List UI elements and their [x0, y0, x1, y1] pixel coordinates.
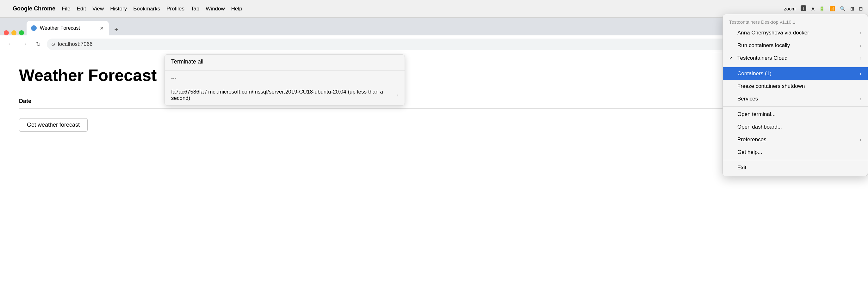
tab-favicon: [31, 25, 37, 31]
tc-menu-containers[interactable]: Containers (1) ›: [723, 67, 868, 80]
reload-button[interactable]: ↻: [33, 39, 44, 49]
tc-dropdown-region: Testcontainers Desktop v1.10.1 Anna Cher…: [710, 0, 868, 285]
maximize-window-button[interactable]: [19, 30, 24, 35]
battery-icon: 🔋: [819, 6, 825, 12]
zoom-icon: zoom: [784, 6, 796, 11]
container-tooltip-popup: Terminate all --- fa7ac67586fa / mcr.mic…: [164, 55, 405, 106]
get-forecast-button[interactable]: Get weather forecast: [19, 118, 88, 132]
tc-divider-2: [723, 106, 868, 107]
browser-tab[interactable]: Weather Forecast ✕: [27, 21, 109, 35]
traffic-lights: [4, 30, 24, 35]
menubar-right: zoom T A 🔋 📶 🔍 ⊞ ⊟: [784, 5, 863, 13]
notification-icon[interactable]: ⊟: [859, 6, 863, 12]
back-button[interactable]: ←: [5, 39, 16, 49]
tc-menu-services[interactable]: Services ›: [723, 93, 868, 105]
wifi-icon: 📶: [829, 6, 835, 12]
tc-divider-3: [723, 160, 868, 160]
close-window-button[interactable]: [4, 30, 9, 35]
menu-file[interactable]: File: [62, 6, 70, 12]
tc-menu-anna-docker[interactable]: Anna Chernyshova via docker ›: [723, 27, 868, 39]
svg-text:T: T: [802, 6, 805, 11]
tc-menu-get-help[interactable]: Get help...: [723, 146, 868, 158]
container-item-chevron: ›: [397, 93, 398, 98]
tab-title: Weather Forecast: [40, 25, 96, 31]
tooltip-divider: [165, 70, 405, 70]
tooltip-separator-row: ---: [165, 72, 405, 85]
menu-help[interactable]: Help: [231, 6, 242, 12]
terminate-all-item[interactable]: Terminate all: [165, 55, 405, 69]
menu-tab[interactable]: Tab: [191, 6, 199, 12]
tab-close-button[interactable]: ✕: [99, 25, 104, 31]
tc-menu-run-local[interactable]: Run containers locally ›: [723, 39, 868, 52]
tc-menu-exit[interactable]: Exit: [723, 162, 868, 174]
forward-button[interactable]: →: [19, 39, 30, 49]
app-name[interactable]: Google Chrome: [13, 5, 55, 12]
container-item-label: fa7ac67586fa / mcr.microsoft.com/mssql/s…: [171, 89, 394, 101]
tc-dropdown-menu: Testcontainers Desktop v1.10.1 Anna Cher…: [722, 14, 868, 176]
menu-view[interactable]: View: [92, 6, 104, 12]
tc-menu-open-terminal[interactable]: Open terminal...: [723, 108, 868, 121]
menu-history[interactable]: History: [110, 6, 127, 12]
menu-edit[interactable]: Edit: [76, 6, 86, 12]
a-icon: A: [811, 6, 814, 11]
address-bar-lock-icon: ⊙: [51, 41, 55, 47]
menu-bookmarks[interactable]: Bookmarks: [133, 6, 160, 12]
menu-window[interactable]: Window: [206, 6, 225, 12]
new-tab-button[interactable]: +: [111, 24, 122, 35]
tc-menu-open-dashboard[interactable]: Open dashboard...: [723, 121, 868, 133]
tc-app-version: Testcontainers Desktop v1.10.1: [723, 16, 868, 27]
testcontainers-icon[interactable]: T: [800, 5, 807, 13]
terminate-all-label: Terminate all: [171, 59, 398, 65]
minimize-window-button[interactable]: [11, 30, 17, 35]
address-text: localhost:7066: [58, 41, 93, 47]
tc-menu-freeze[interactable]: Freeze containers shutdown: [723, 80, 868, 93]
tc-divider-1: [723, 66, 868, 66]
search-icon[interactable]: 🔍: [840, 6, 846, 12]
tc-menu-tc-cloud[interactable]: ✓ Testcontainers Cloud ›: [723, 52, 868, 65]
tc-menu-preferences[interactable]: Preferences ›: [723, 133, 868, 146]
control-center-icon[interactable]: ⊞: [850, 6, 855, 12]
container-item[interactable]: fa7ac67586fa / mcr.microsoft.com/mssql/s…: [165, 85, 405, 105]
menu-profiles[interactable]: Profiles: [166, 6, 184, 12]
